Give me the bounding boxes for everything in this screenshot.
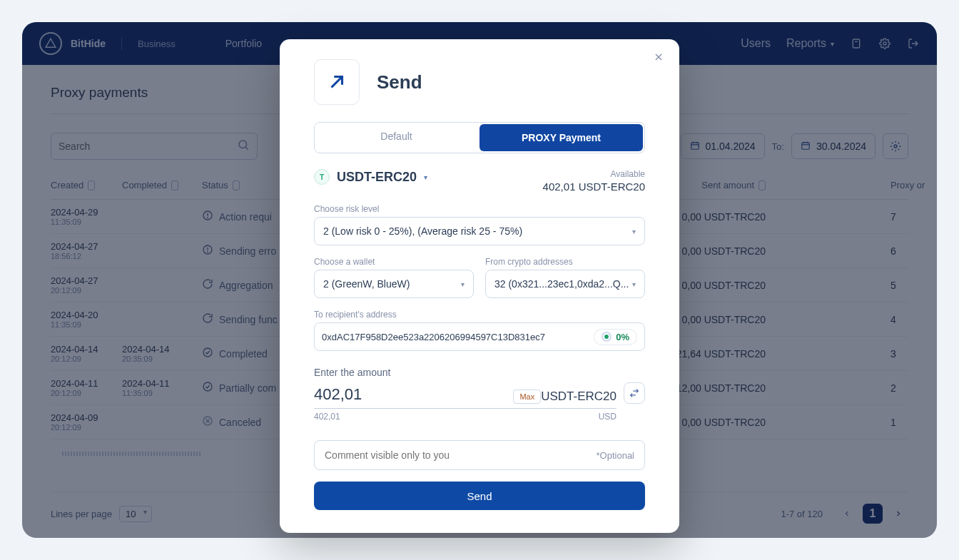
tab-proxy-payment[interactable]: PROXY Payment — [480, 124, 643, 151]
tab-default[interactable]: Default — [315, 123, 478, 150]
from-addresses-select[interactable]: 32 (0x321...23ec1,0xda2...Q... ▾ — [485, 270, 645, 298]
amount-unit: USDT-ERC20 — [541, 390, 616, 404]
comment-optional-hint: *Optional — [597, 450, 634, 461]
chevron-down-icon: ▾ — [424, 173, 427, 181]
payment-type-tabs: Default PROXY Payment — [314, 122, 645, 153]
wallet-select[interactable]: 2 (GreenW, BlueW) ▾ — [314, 270, 474, 298]
max-button[interactable]: Max — [513, 390, 541, 404]
available-box: Available 402,01 USDT-ERC20 — [543, 169, 645, 193]
amount-row: 402,01 Max USDT-ERC20 — [314, 382, 645, 404]
recipient-address-input-wrap: 0% — [314, 322, 645, 351]
usdt-icon: T — [314, 169, 330, 185]
comment-wrap: *Optional — [314, 440, 645, 470]
coin-select[interactable]: T USDT-ERC20 ▾ — [314, 169, 427, 185]
amount-subrow: 402,01 USD — [314, 412, 616, 422]
risk-percent: 0% — [616, 332, 629, 342]
wallet-value: 2 (GreenW, BlueW) — [323, 278, 410, 290]
chevron-down-icon: ▾ — [632, 228, 636, 235]
risk-level-value: 2 (Low risk 0 - 25%), (Average risk 25 -… — [323, 225, 522, 237]
svg-line-31 — [332, 77, 342, 88]
coin-row: T USDT-ERC20 ▾ Available 402,01 USDT-ERC… — [314, 169, 645, 193]
modal-title: Send — [377, 71, 422, 93]
recipient-address-label: To recipient's address — [314, 310, 645, 320]
send-icon — [314, 59, 360, 105]
modal-header: Send — [314, 59, 645, 105]
amount-label: Enter the amount — [314, 367, 645, 378]
send-modal: Send Default PROXY Payment T USDT-ERC20 … — [280, 39, 679, 533]
amount-underline — [314, 408, 616, 409]
chevron-down-icon: ▾ — [461, 280, 465, 288]
close-button[interactable] — [651, 49, 666, 65]
risk-level-label: Choose risk level — [314, 204, 645, 214]
risk-level-select[interactable]: 2 (Low risk 0 - 25%), (Average risk 25 -… — [314, 217, 645, 245]
coin-label: USDT-ERC20 — [337, 170, 417, 185]
amount-input[interactable]: 402,01 — [314, 385, 362, 404]
amount-converted: 402,01 — [314, 412, 340, 422]
risk-dot-icon — [602, 332, 612, 342]
wallet-label: Choose a wallet — [314, 257, 474, 267]
available-value: 402,01 USDT-ERC20 — [543, 180, 645, 193]
swap-currency-button[interactable] — [624, 382, 645, 404]
comment-input[interactable] — [325, 449, 597, 461]
amount-converted-currency: USD — [599, 412, 616, 422]
chevron-down-icon: ▾ — [632, 280, 636, 288]
available-label: Available — [543, 169, 645, 179]
from-addresses-value: 32 (0x321...23ec1,0xda2...Q... — [494, 278, 629, 290]
from-addresses-label: From crypto addresses — [485, 257, 645, 267]
send-button[interactable]: Send — [314, 482, 645, 510]
address-risk-badge: 0% — [594, 329, 637, 345]
recipient-address-input[interactable] — [322, 332, 588, 342]
